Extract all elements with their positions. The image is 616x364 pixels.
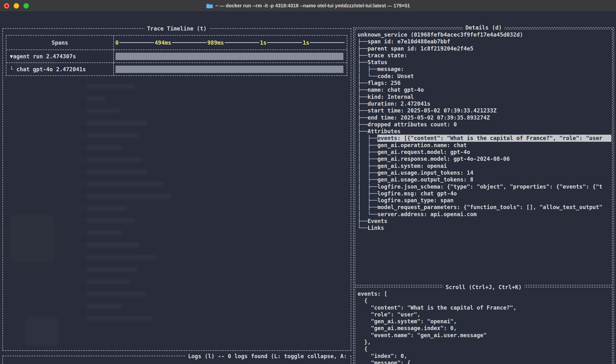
axis-line <box>310 42 345 43</box>
tree-item-text: │ ├──gen_ai.usage.output_tokens: 8 <box>357 176 473 183</box>
span-row[interactable]: ▼agent run 2.474307s <box>6 50 347 63</box>
tree-item-text: ├──end time: 2025-05-02 07:39:35.893274Z <box>357 114 490 121</box>
background-ghosts <box>3 29 351 350</box>
window-title: ~ — docker run --rm -it -p 4318:4318 --n… <box>215 3 410 9</box>
tree-item-text: ├──parent span id: 1c8f219204e2f4e5 <box>357 45 473 52</box>
details-title: Details (d) <box>463 24 504 31</box>
span-label[interactable]: ▼agent run 2.474307s <box>6 50 114 63</box>
tree-item[interactable]: ├──end time: 2025-05-02 07:39:35.893274Z <box>357 114 611 121</box>
tree-item-text: unknown_service (01968fefb4acec3f9fef17e… <box>357 31 523 38</box>
tree-item[interactable]: │ ├──gen_ai.usage.output_tokens: 8 <box>357 176 611 183</box>
tree-item[interactable]: │ ├──gen_ai.usage.input_tokens: 14 <box>357 169 611 176</box>
logs-panel[interactable]: Logs (l) -- 0 logs found (L: toggle coll… <box>2 356 351 364</box>
span-rows: ▼agent run 2.474307s └ chat gpt-4o 2.472… <box>6 50 347 75</box>
tree-item[interactable]: ├──duration: 2.472041s <box>357 100 611 107</box>
tree-item[interactable]: │ ├──gen_ai.response.model: gpt-4o-2024-… <box>357 156 611 162</box>
tree-item[interactable]: │ ├──message: <box>357 66 611 72</box>
spans-table: Spans 0494ms989ms1s1s ▼agent run 2.47430… <box>6 35 347 76</box>
json-line: "role": "user", <box>357 311 611 318</box>
span-label[interactable]: └ chat gpt-4o 2.472041s <box>6 63 114 75</box>
tree-item-text: │ ├──gen_ai.usage.input_tokens: 14 <box>357 169 473 176</box>
terminal-window: ~ — docker run --rm -it -p 4318:4318 --n… <box>0 0 616 364</box>
tree-item-text: │ ├──gen_ai.operation.name: chat <box>357 142 467 149</box>
tree-item[interactable]: ├──kind: Internal <box>357 93 611 100</box>
axis-tick-label: 989ms <box>207 39 224 46</box>
json-line: "index": 0, <box>357 352 611 359</box>
fullscreen-button[interactable] <box>24 3 29 9</box>
tree-item[interactable]: ├──dropped attributes count: 0 <box>357 121 611 128</box>
tree-item-text: ├──dropped attributes count: 0 <box>357 121 457 128</box>
tree-item[interactable]: ├──parent span id: 1c8f219204e2f4e5 <box>357 45 611 52</box>
tree-item-text: ├──kind: Internal <box>357 93 414 100</box>
trace-timeline-panel: Trace Timeline (t) Spans 0494ms989ms1s1s… <box>2 28 351 351</box>
minimize-button[interactable] <box>14 3 19 9</box>
axis-tick-label: 1s <box>303 39 309 46</box>
span-row[interactable]: └ chat gpt-4o 2.472041s <box>6 63 347 75</box>
terminal-content: Trace Timeline (t) Spans 0494ms989ms1s1s… <box>0 12 616 364</box>
tree-item-text: │ ├──logfire.msg: chat gpt-4o <box>357 190 457 197</box>
close-button[interactable] <box>4 3 9 9</box>
tree-item[interactable]: └──Links <box>357 224 611 231</box>
window-titlebar: ~ — docker run --rm -it -p 4318:4318 --n… <box>0 0 616 12</box>
traffic-lights <box>4 0 29 12</box>
tree-item-text: │ ├──gen_ai.response.model: gpt-4o-2024-… <box>357 156 510 162</box>
tree-item[interactable]: │ ├──gen_ai.request.model: gpt-4o <box>357 149 611 156</box>
tree-item-text: │ ├──message: <box>357 66 407 72</box>
json-line: "gen_ai.system": "openai", <box>357 318 611 325</box>
json-line: "content": "What is the capital of Franc… <box>357 304 611 311</box>
tree-item[interactable]: │ ├──gen_ai.operation.name: chat <box>357 142 611 149</box>
tree-item[interactable]: ├──flags: 256 <box>357 79 611 86</box>
json-line: "event.name": "gen_ai.user.message" <box>357 332 611 339</box>
tree-item-text: ├──span id: e7e10d488eab7bbf <box>357 38 450 45</box>
axis-tick-label: 494ms <box>155 39 171 46</box>
tree-item-text: events: [{"content": "What is the capita… <box>377 135 611 142</box>
tree-item-text: ├──Events <box>357 218 387 224</box>
tree-item[interactable]: │ ├──model_request_parameters: {"functio… <box>357 204 611 210</box>
scroll-content[interactable]: events: [ { "content": "What is the capi… <box>357 290 611 364</box>
folder-icon <box>206 3 213 9</box>
tree-item[interactable]: ├──Attributes <box>357 128 611 135</box>
timeline-axis: 0494ms989ms1s1s <box>114 36 347 50</box>
axis-line <box>225 42 260 43</box>
tree-item[interactable]: ├──Events <box>357 218 611 224</box>
tree-item[interactable]: ├──start time: 2025-05-02 07:39:33.42123… <box>357 107 611 114</box>
details-panel: Details (d) unknown_service (01968fefb4a… <box>353 27 614 364</box>
tree-item-text: ├──duration: 2.472041s <box>357 100 430 107</box>
tree-item-text: │ ├──logfire.span_type: span <box>357 197 453 204</box>
tree-item[interactable]: │ ├──gen_ai.system: openai <box>357 162 611 169</box>
tree-item[interactable]: unknown_service (01968fefb4acec3f9fef17e… <box>357 31 611 38</box>
tree-item-text: │ ├──logfire.json_schema: {"type": "obje… <box>357 183 602 190</box>
tree-item[interactable]: ├──span id: e7e10d488eab7bbf <box>357 38 611 45</box>
tree-item-text: ├──name: chat gpt-4o <box>357 86 424 93</box>
tree-item[interactable]: │ └──server.address: api.openai.com <box>357 211 611 218</box>
tree-item-text: │ ├──model_request_parameters: {"functio… <box>357 204 602 210</box>
tree-item[interactable]: │ ├──logfire.json_schema: {"type": "obje… <box>357 183 611 190</box>
tree-branch-glyph: │ ├── <box>357 135 377 142</box>
scroll-panel[interactable]: Scroll (Ctrl+J, Ctrl+K) events: [ { "con… <box>355 287 613 364</box>
tree-item[interactable]: ├──Status <box>357 59 611 66</box>
json-line: "gen_ai.message.index": 0, <box>357 325 611 332</box>
details-tree: unknown_service (01968fefb4acec3f9fef17e… <box>357 31 611 284</box>
json-line: { <box>357 345 611 352</box>
tree-item-text: ├──Attributes <box>357 128 401 135</box>
tree-item-text: ├──trace state: <box>357 52 411 59</box>
json-line: { <box>357 297 611 304</box>
tree-item[interactable]: │ └──code: Unset <box>357 73 611 79</box>
axis-tick-label: 0 <box>115 39 119 46</box>
span-duration-bar <box>116 66 343 73</box>
details-tree-panel: unknown_service (01968fefb4acec3f9fef17e… <box>355 29 613 286</box>
tree-item[interactable]: │ ├──events: [{"content": "What is the c… <box>357 135 611 142</box>
tree-item[interactable]: │ ├──logfire.msg: chat gpt-4o <box>357 190 611 197</box>
json-line: "message": { <box>357 359 611 364</box>
tree-item-text: ├──start time: 2025-05-02 07:39:33.42123… <box>357 107 497 114</box>
tree-item[interactable]: ├──trace state: <box>357 52 611 59</box>
logs-title: Logs (l) -- 0 logs found (L: toggle coll… <box>186 352 349 360</box>
tree-item-text: │ └──code: Unset <box>357 73 414 79</box>
axis-line <box>119 42 154 43</box>
tree-item[interactable]: ├──name: chat gpt-4o <box>357 86 611 93</box>
span-duration-bar <box>116 53 343 60</box>
tree-item-text: ├──flags: 256 <box>357 79 401 86</box>
tree-item[interactable]: │ ├──logfire.span_type: span <box>357 197 611 204</box>
tree-item-text: │ ├──gen_ai.system: openai <box>357 162 447 169</box>
json-line: events: [ <box>357 290 611 297</box>
